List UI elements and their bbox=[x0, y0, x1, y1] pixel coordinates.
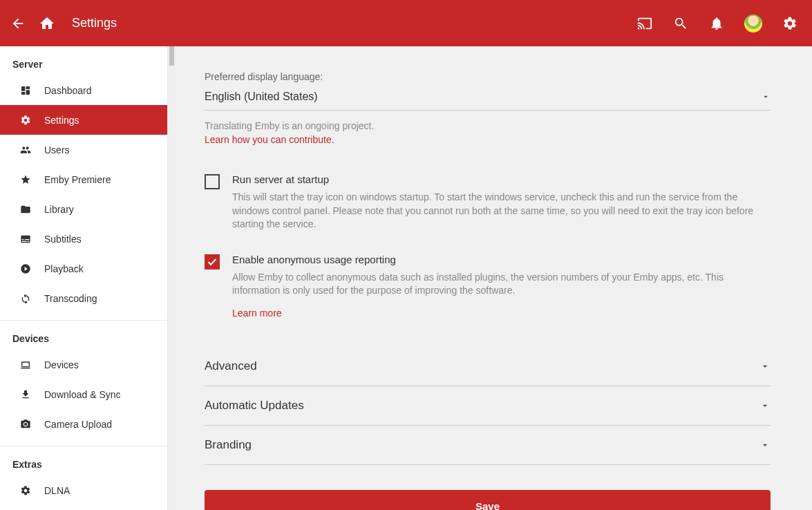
sidebar-item-label: Camera Upload bbox=[44, 419, 112, 430]
download-icon bbox=[19, 388, 32, 401]
sidebar-item-library[interactable]: Library bbox=[0, 194, 167, 224]
save-button[interactable]: Save bbox=[205, 490, 771, 510]
camera-icon bbox=[19, 418, 32, 431]
section-label: Branding bbox=[205, 438, 252, 452]
chevron-down-icon bbox=[761, 92, 771, 102]
usage-checkbox[interactable] bbox=[205, 254, 220, 270]
sidebar-item-dlna[interactable]: DLNA bbox=[0, 475, 167, 505]
startup-check-row: Run server at startup This will start th… bbox=[205, 173, 771, 232]
back-button[interactable] bbox=[10, 15, 26, 32]
gear-icon bbox=[19, 114, 32, 126]
sidebar-scrollbar[interactable] bbox=[168, 46, 176, 510]
language-select[interactable]: English (United States) bbox=[205, 88, 771, 111]
play-icon bbox=[19, 263, 32, 275]
section-automatic-updates[interactable]: Automatic Updates bbox=[205, 386, 771, 426]
section-label: Advanced bbox=[205, 359, 257, 373]
translate-contribute-link[interactable]: Learn how you can contribute. bbox=[205, 134, 334, 145]
home-icon bbox=[39, 15, 55, 32]
cast-icon bbox=[637, 16, 652, 31]
chevron-down-icon bbox=[759, 400, 771, 411]
sidebar-item-label: Dashboard bbox=[44, 85, 92, 96]
sidebar-section-server: Server bbox=[0, 46, 167, 75]
sidebar-item-label: Subtitles bbox=[44, 234, 82, 245]
users-icon bbox=[19, 144, 32, 156]
translate-hint: Translating Emby is an ongoing project. bbox=[205, 120, 771, 131]
dashboard-icon bbox=[19, 84, 32, 97]
sidebar-item-label: Settings bbox=[44, 115, 79, 126]
gear-icon bbox=[19, 484, 32, 497]
sidebar-item-label: Playback bbox=[44, 263, 84, 274]
startup-checkbox[interactable] bbox=[205, 174, 220, 189]
usage-learn-more-link[interactable]: Learn more bbox=[232, 308, 282, 319]
sidebar-item-premiere[interactable]: Emby Premiere bbox=[0, 164, 167, 194]
sidebar-item-transcoding[interactable]: Transcoding bbox=[0, 283, 167, 313]
search-icon bbox=[673, 16, 688, 31]
sidebar-item-playback[interactable]: Playback bbox=[0, 254, 167, 283]
notifications-button[interactable] bbox=[708, 15, 725, 32]
sidebar-item-label: Transcoding bbox=[44, 293, 97, 304]
sidebar-item-label: DLNA bbox=[44, 485, 70, 496]
sidebar-section-devices: Devices bbox=[0, 321, 167, 350]
cast-button[interactable] bbox=[636, 15, 653, 32]
arrow-left-icon bbox=[10, 16, 26, 31]
sidebar-item-dashboard[interactable]: Dashboard bbox=[0, 75, 167, 105]
sidebar-item-camera-upload[interactable]: Camera Upload bbox=[0, 409, 167, 439]
sidebar-item-users[interactable]: Users bbox=[0, 135, 167, 164]
section-advanced[interactable]: Advanced bbox=[205, 347, 771, 386]
startup-check-title: Run server at startup bbox=[232, 173, 771, 185]
language-value: English (United States) bbox=[205, 91, 318, 103]
chevron-down-icon bbox=[759, 361, 771, 372]
folder-icon bbox=[19, 203, 32, 216]
device-icon bbox=[19, 359, 32, 371]
section-label: Automatic Updates bbox=[205, 399, 304, 413]
gear-icon bbox=[782, 16, 797, 31]
sidebar-item-settings[interactable]: Settings bbox=[0, 105, 167, 135]
sidebar-section-extras: Extras bbox=[0, 446, 167, 475]
sidebar-item-devices[interactable]: Devices bbox=[0, 350, 167, 379]
page-title: Settings bbox=[72, 16, 117, 30]
sidebar-item-label: Library bbox=[44, 204, 74, 215]
sidebar-item-label: Devices bbox=[44, 359, 79, 370]
home-button[interactable] bbox=[39, 15, 55, 32]
sidebar-item-label: Users bbox=[44, 144, 70, 155]
chevron-down-icon bbox=[759, 440, 771, 451]
startup-check-desc: This will start the tray icon on windows… bbox=[232, 191, 771, 232]
section-branding[interactable]: Branding bbox=[205, 426, 771, 465]
usage-check-row: Enable anonymous usage reporting Allow E… bbox=[205, 254, 771, 319]
sidebar-item-download-sync[interactable]: Download & Sync bbox=[0, 379, 167, 409]
main-content: Preferred display language: English (Uni… bbox=[176, 46, 812, 510]
sidebar-item-label: Emby Premiere bbox=[44, 174, 111, 185]
settings-gear-button[interactable] bbox=[782, 15, 798, 32]
subtitles-icon bbox=[19, 233, 32, 245]
topbar: Settings bbox=[0, 0, 812, 46]
bell-icon bbox=[709, 16, 724, 31]
usage-check-title: Enable anonymous usage reporting bbox=[232, 254, 771, 265]
sidebar-item-label: Download & Sync bbox=[44, 389, 121, 400]
sidebar: Server Dashboard Settings Users Emby Pre… bbox=[0, 46, 168, 510]
user-avatar[interactable] bbox=[744, 15, 762, 32]
star-icon bbox=[19, 173, 32, 186]
sidebar-item-subtitles[interactable]: Subtitles bbox=[0, 224, 167, 254]
usage-check-desc: Allow Emby to collect anonymous data suc… bbox=[232, 271, 771, 298]
checkmark-icon bbox=[207, 256, 218, 267]
language-label: Preferred display language: bbox=[205, 71, 771, 82]
transcode-icon bbox=[19, 292, 32, 305]
search-button[interactable] bbox=[672, 15, 689, 32]
